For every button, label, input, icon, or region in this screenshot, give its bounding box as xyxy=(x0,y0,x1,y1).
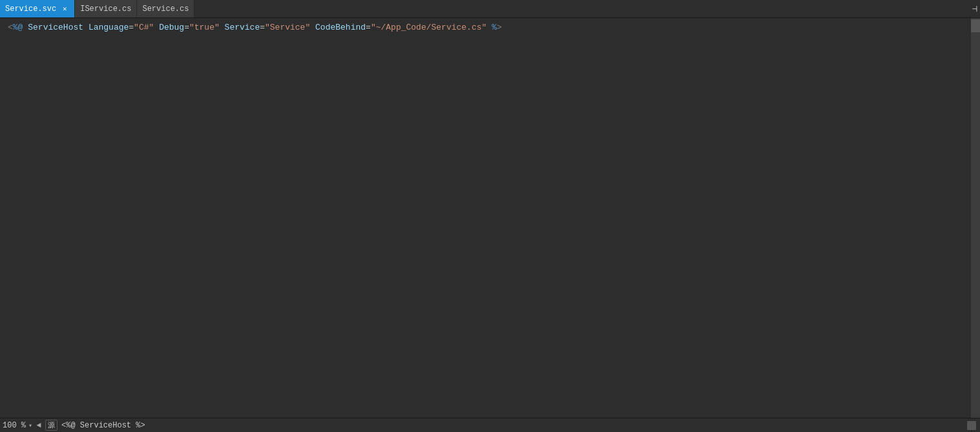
pin-icon: ⊣ xyxy=(972,3,977,14)
code-line-1: <%@ ServiceHost Language="C#" Debug="tru… xyxy=(0,21,980,34)
code-directive: %@ xyxy=(13,23,23,32)
tab-bar-right: ⊣ xyxy=(972,0,980,17)
tab-service-svc[interactable]: Service.svc ✕ xyxy=(0,0,75,17)
code-close-directive: % xyxy=(492,23,497,32)
code-attr-language: Language xyxy=(89,23,129,32)
tab-service-svc-close[interactable]: ✕ xyxy=(60,5,69,14)
breadcrumb-text: <%@ ServiceHost %> xyxy=(61,421,145,430)
scrollbar-thumb[interactable] xyxy=(971,19,980,32)
tab-service-cs-label: Service.cs xyxy=(142,5,189,14)
tab-bar: Service.svc ✕ IService.cs Service.cs ⊣ xyxy=(0,0,980,18)
code-attr-codebehind: CodeBehind xyxy=(315,23,366,32)
editor-area: <%@ ServiceHost Language="C#" Debug="tru… xyxy=(0,18,980,418)
zoom-dropdown-icon[interactable]: ▾ xyxy=(28,422,32,429)
tab-service-cs[interactable]: Service.cs xyxy=(137,0,194,17)
bottom-bar: 100 % ▾ ◄ 源 <%@ ServiceHost %> xyxy=(0,418,980,432)
tab-iservice-cs[interactable]: IService.cs xyxy=(75,0,137,17)
tab-service-svc-label: Service.svc xyxy=(5,5,56,14)
code-attr-debug: Debug xyxy=(159,23,184,32)
zoom-level: 100 % xyxy=(3,421,26,430)
h-scrollbar-thumb[interactable] xyxy=(967,421,976,430)
code-open-bracket: < xyxy=(8,23,13,32)
source-label: 源 xyxy=(45,420,57,431)
code-attr-service: Service xyxy=(225,23,260,32)
code-close-bracket: > xyxy=(497,23,502,32)
code-val-codebehind: "~/App_Code/Service.cs" xyxy=(371,23,486,32)
code-val-debug: "true" xyxy=(189,23,220,32)
tab-iservice-cs-label: IService.cs xyxy=(80,5,131,14)
code-servicehost: ServiceHost xyxy=(28,23,83,32)
code-val-service: "Service" xyxy=(265,23,310,32)
zoom-area: 100 % ▾ xyxy=(3,421,32,430)
vertical-scrollbar[interactable] xyxy=(971,18,980,418)
code-val-language: "C#" xyxy=(134,23,154,32)
scroll-left-button[interactable]: ◄ xyxy=(34,420,44,431)
